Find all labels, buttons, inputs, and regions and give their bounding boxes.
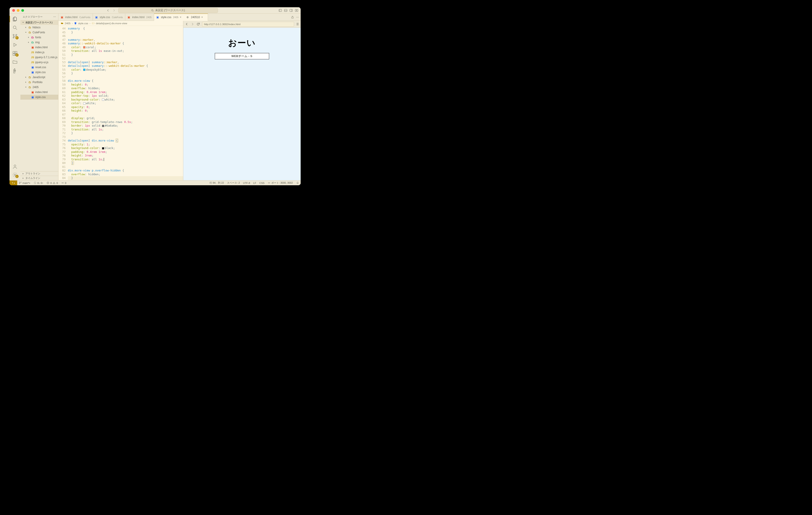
code-editor[interactable]: 4445464748495051525354555657585960616263… — [58, 26, 183, 180]
folder-item[interactable]: 🗀Portfolio — [20, 80, 58, 85]
tab[interactable]: ▣style.cssCuteFonts — [93, 13, 125, 21]
nav-forward-icon[interactable] — [112, 8, 116, 13]
url-bar[interactable]: http://127.0.0.1:3002/index.html — [202, 22, 294, 27]
figma-icon — [12, 68, 18, 73]
status-bell[interactable] — [294, 181, 301, 185]
status-eol[interactable]: LF — [252, 181, 258, 185]
sidebar: エクスプローラー ⋯ 未設定 (ワークスペース) 🗀htdocs🗀CuteFon… — [20, 13, 58, 180]
close-icon[interactable]: × — [180, 16, 183, 19]
activity-debug[interactable] — [9, 41, 20, 49]
status-sync[interactable]: 0↓ 0↑ — [32, 181, 45, 185]
folder-icon — [12, 59, 18, 65]
back-icon[interactable] — [185, 23, 188, 26]
status-encoding[interactable]: UTF-8 — [241, 181, 252, 185]
activity-search[interactable] — [9, 24, 20, 32]
activity-folder[interactable] — [9, 58, 20, 66]
file-item[interactable]: ▣style.css — [20, 70, 58, 75]
file-item[interactable]: ▣index.html — [20, 45, 58, 50]
lock-icon[interactable] — [291, 16, 294, 19]
panel-bottom-icon[interactable] — [284, 9, 288, 12]
debug-icon — [12, 42, 18, 48]
activity-scm[interactable]: 9 — [9, 32, 20, 40]
panel-right-icon[interactable] — [289, 9, 293, 12]
chevron-down-icon — [22, 21, 25, 24]
panel-left-icon[interactable] — [279, 9, 282, 12]
folder-item[interactable]: 🗀CuteFonts — [20, 30, 58, 35]
sidebar-section-workspace[interactable]: 未設定 (ワークスペース) — [20, 20, 58, 25]
tab[interactable]: ▣index.html2405 — [125, 13, 154, 21]
status-ports[interactable]: ポート: 3000, 3002 — [266, 181, 294, 185]
status-problems[interactable]: 0 0 — [45, 181, 59, 185]
close-icon[interactable]: × — [201, 16, 205, 19]
page-button[interactable]: WEBチーム - S — [215, 53, 269, 59]
folder-item[interactable]: 🗀img — [20, 40, 58, 45]
command-center[interactable]: 未設定 (ワークスペース) — [118, 8, 218, 13]
sidebar-outline[interactable]: アウトライン — [20, 171, 58, 176]
radio-icon — [61, 181, 64, 184]
status-radio[interactable]: 0 — [60, 181, 68, 185]
css-icon — [74, 22, 77, 25]
window: 未設定 (ワークスペース) 9 — [9, 7, 301, 185]
status-spaces[interactable]: スペース: 2 — [226, 181, 241, 185]
status-branch[interactable]: main*+ — [17, 181, 32, 185]
hamburger-icon[interactable]: ☰ — [296, 23, 299, 26]
folder-item[interactable]: 🗀htdocs — [20, 25, 58, 30]
tab[interactable]: ▣index.htmlCuteFonts — [58, 13, 93, 21]
title-nav — [106, 8, 116, 13]
folder-item[interactable]: 🗀JavaScript — [20, 75, 58, 80]
search-icon — [151, 9, 154, 12]
forward-icon[interactable] — [191, 23, 194, 26]
branch-icon — [19, 181, 22, 184]
minimize-window[interactable] — [17, 9, 20, 12]
file-item[interactable]: ▣index.html — [20, 90, 58, 95]
browser-page[interactable]: おーい WEBチーム - S — [183, 28, 301, 180]
activity-figma[interactable] — [9, 67, 20, 75]
status-lang[interactable]: CSS — [258, 181, 266, 185]
svg-point-7 — [13, 34, 14, 35]
file-item[interactable]: JSindex.js — [20, 50, 58, 55]
folder-item[interactable]: 🗀fonts — [20, 35, 58, 40]
search-icon — [12, 25, 18, 30]
svg-rect-10 — [13, 52, 15, 53]
svg-point-24 — [269, 183, 269, 183]
code-content[interactable]: summary { } summary::marker,summary::-we… — [68, 26, 183, 180]
page-heading: おーい — [228, 37, 256, 49]
symbol-icon — [92, 22, 94, 25]
activity-explorer[interactable] — [9, 15, 20, 23]
tab[interactable]: ⊕240510× — [183, 13, 208, 21]
svg-point-6 — [13, 26, 16, 29]
nav-back-icon[interactable] — [106, 8, 111, 13]
svg-rect-11 — [13, 54, 15, 56]
tab[interactable]: ▣style.css2405× — [154, 13, 185, 21]
svg-rect-3 — [290, 9, 292, 11]
command-center-text: 未設定 (ワークスペース) — [155, 8, 185, 12]
account-icon — [12, 164, 18, 170]
chevron-right-icon — [22, 172, 25, 175]
file-item[interactable]: JSjquery-3.7.1.min.js — [20, 55, 58, 60]
breadcrumbs[interactable]: 2405 › style.css › details[open] div.mor… — [58, 21, 183, 26]
file-item[interactable]: ▣reset.css — [20, 65, 58, 70]
sidebar-header: エクスプローラー ⋯ — [20, 13, 58, 20]
status-pos[interactable]: 行 84、列 22 — [208, 181, 226, 185]
sidebar-timeline[interactable]: タイムライン — [20, 176, 58, 180]
tabbar-1: ▣index.htmlCuteFonts▣style.cssCuteFonts▣… — [58, 13, 183, 21]
svg-rect-1 — [279, 9, 282, 11]
svg-point-8 — [13, 37, 14, 38]
reload-icon[interactable] — [197, 23, 200, 26]
activity-account[interactable] — [9, 162, 20, 171]
close-window[interactable] — [12, 9, 15, 12]
activity-settings[interactable]: 1 — [9, 171, 20, 179]
files-icon — [12, 16, 18, 22]
remote-button[interactable] — [9, 181, 17, 185]
layout-icon[interactable] — [295, 9, 298, 12]
folder-item[interactable]: 🗀2405 — [20, 85, 58, 90]
folder-icon — [61, 22, 63, 25]
sidebar-more-icon[interactable]: ⋯ — [53, 15, 56, 18]
activity-extensions[interactable]: 2 — [9, 49, 20, 58]
fullscreen-window[interactable] — [21, 9, 24, 12]
file-item[interactable]: JSjquery-ui.js — [20, 60, 58, 65]
editor-actions-2: ⋯ — [291, 13, 301, 21]
more-icon[interactable]: ⋯ — [296, 16, 299, 19]
ext-badge: 2 — [16, 54, 19, 57]
file-item[interactable]: ▣style.css — [20, 95, 58, 100]
